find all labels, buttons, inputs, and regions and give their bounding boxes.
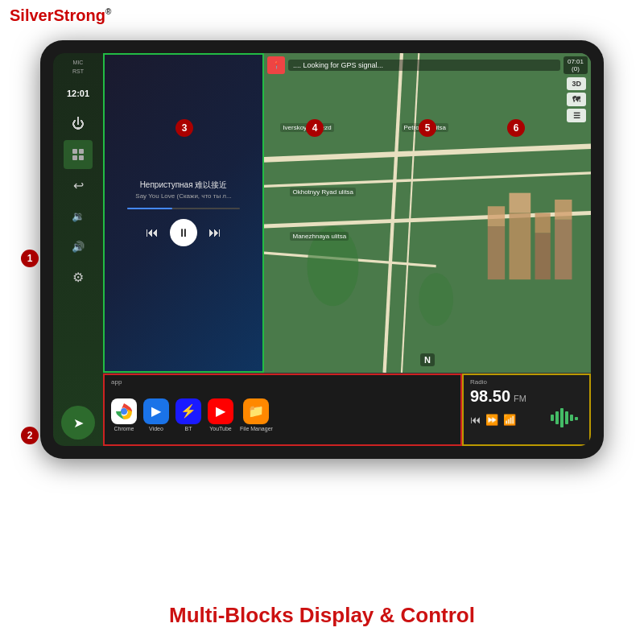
music-progress-fill [127, 208, 172, 209]
svg-point-22 [121, 408, 127, 415]
bluetooth-icon: ⚡ [175, 398, 201, 424]
svg-rect-13 [535, 233, 551, 279]
svg-point-20 [419, 273, 453, 326]
bottom-title: Multi-Blocks Display & Control [0, 603, 644, 628]
radio-label: Radio [470, 378, 583, 386]
annotation-1: 1 [21, 250, 39, 267]
song-title: Неприступная 难以接近 [140, 180, 228, 191]
video-label: Video [149, 426, 163, 431]
annotation-6: 6 [507, 119, 525, 137]
top-row: Неприступная 难以接近 Say You Love (Скажи, ч… [103, 53, 591, 374]
map-layers-button[interactable]: 🗺 [567, 93, 586, 106]
map-right-controls: 3D 🗺 ☰ [567, 77, 586, 122]
apps-panel: app [103, 374, 462, 446]
svg-rect-1 [79, 149, 84, 154]
svg-rect-24 [555, 411, 559, 424]
apps-row: Chrome ▶ Video ⚡ BT [111, 388, 454, 441]
music-progress-bar [127, 208, 241, 209]
road-label-4: Manezhnaya ulitsa [290, 232, 349, 241]
svg-rect-15 [488, 206, 505, 226]
map-menu-button[interactable]: ☰ [567, 109, 586, 122]
volume-down-button[interactable]: 🔉 [64, 201, 93, 230]
map-time-display: 07:01 (0) [564, 56, 588, 74]
brand-logo: SilverStrong® [10, 6, 111, 25]
apps-label: app [111, 378, 454, 386]
map-roads-svg [264, 53, 591, 373]
device-shell: MIC RST 12:01 ⏻ ↩ 🔉 🔊 ⚙ ➤ [40, 40, 604, 459]
svg-rect-16 [510, 193, 531, 213]
music-controls: ⏮ ⏸ ⏭ [146, 219, 221, 246]
home-button[interactable] [64, 140, 93, 169]
app-bluetooth[interactable]: ⚡ BT [175, 398, 201, 431]
svg-rect-17 [535, 213, 551, 233]
road-label-3: Okhotnyy Ryad ulitsa [290, 188, 356, 196]
svg-rect-26 [565, 411, 568, 424]
youtube-icon: ▶ [208, 398, 233, 424]
app-video[interactable]: ▶ Video [143, 398, 169, 431]
brand-strong: Strong [53, 6, 105, 24]
map-clock: 07:01 [568, 58, 584, 65]
annotation-4: 4 [306, 119, 324, 137]
app-youtube[interactable]: ▶ YouTube [208, 398, 233, 431]
power-button[interactable]: ⏻ [64, 109, 93, 138]
sidebar-rst-label: RST [72, 68, 84, 74]
app-chrome[interactable]: Chrome [111, 398, 137, 431]
main-content: Неприступная 难以接近 Say You Love (Скажи, ч… [103, 53, 591, 446]
svg-rect-25 [560, 408, 564, 427]
map-speed: (0) [568, 65, 584, 72]
map-top-bar: 📍 .... Looking for GPS signal... 07:01 (… [267, 56, 588, 74]
navigation-button[interactable]: ➤ [61, 406, 95, 440]
bottom-row: app [103, 374, 591, 446]
clock-display: 12:01 [67, 89, 89, 98]
radio-frequency: 98.50 [470, 387, 510, 405]
sidebar-nav-section: ➤ [61, 402, 95, 440]
gps-icon: 📍 [267, 56, 285, 74]
annotation-5: 5 [419, 119, 436, 137]
annotation-3: 3 [175, 119, 193, 137]
sidebar-mic-label: MIC [73, 60, 84, 65]
svg-rect-28 [575, 417, 578, 420]
settings-button[interactable]: ⚙ [64, 262, 93, 291]
brand-header: SilverStrong® [10, 6, 111, 25]
radio-controls: ⏮ ⏩ 📶 [470, 407, 583, 432]
music-panel: Неприступная 难以接近 Say You Love (Скажи, ч… [103, 53, 264, 373]
next-track-button[interactable]: ⏭ [208, 225, 221, 240]
map-panel: 📍 .... Looking for GPS signal... 07:01 (… [264, 53, 591, 373]
back-button[interactable]: ↩ [64, 171, 93, 200]
radio-panel: Radio 98.50 FM ⏮ ⏩ 📶 [462, 374, 591, 446]
svg-rect-27 [570, 415, 573, 421]
prev-track-button[interactable]: ⏮ [146, 225, 159, 240]
brand-silver: Silver [10, 6, 53, 24]
svg-rect-23 [551, 415, 554, 421]
svg-rect-2 [72, 155, 77, 160]
app-filemanager[interactable]: 📁 File Manager [240, 398, 273, 431]
sidebar: MIC RST 12:01 ⏻ ↩ 🔉 🔊 ⚙ ➤ [53, 53, 103, 446]
svg-rect-11 [488, 226, 505, 279]
radio-prev-button[interactable]: ⏮ [470, 414, 481, 426]
radio-band: FM [514, 394, 526, 403]
radio-signal-button[interactable]: 📶 [503, 414, 516, 426]
map-3d-button[interactable]: 3D [567, 77, 586, 90]
youtube-label: YouTube [209, 426, 232, 431]
chrome-label: Chrome [114, 426, 134, 431]
gps-signal-text: .... Looking for GPS signal... [288, 60, 560, 71]
bluetooth-label: BT [185, 426, 192, 431]
chrome-icon [111, 398, 137, 424]
compass-n: N [420, 353, 435, 366]
filemanager-label: File Manager [240, 426, 273, 431]
video-icon: ▶ [143, 398, 169, 424]
svg-rect-18 [555, 200, 572, 220]
svg-rect-0 [72, 149, 77, 154]
screen: MIC RST 12:01 ⏻ ↩ 🔉 🔊 ⚙ ➤ [53, 53, 591, 446]
annotation-2: 2 [21, 427, 39, 444]
svg-rect-3 [79, 155, 84, 160]
filemanager-icon: 📁 [243, 398, 269, 424]
radio-waveform [551, 407, 583, 432]
brand-trademark: ® [105, 7, 111, 16]
svg-rect-14 [555, 220, 572, 279]
volume-up-button[interactable]: 🔊 [64, 232, 93, 261]
song-subtitle: Say You Love (Скажи, что ты л... [135, 192, 231, 200]
svg-rect-12 [510, 213, 531, 280]
play-pause-button[interactable]: ⏸ [170, 219, 197, 246]
radio-next-button[interactable]: ⏩ [485, 414, 498, 426]
